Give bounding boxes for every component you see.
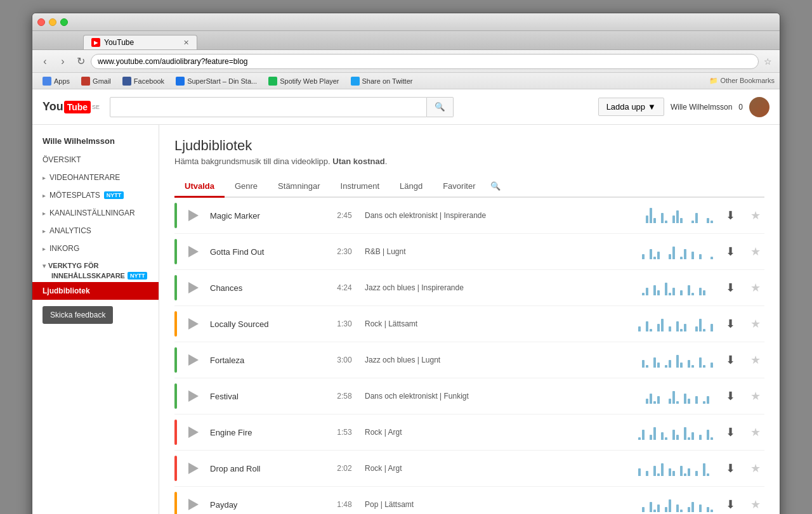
- tab-stamningar[interactable]: Stämningar: [268, 176, 330, 198]
- track-genre: R&B | Lugnt: [365, 247, 630, 256]
- sidebar-section-creators: INNEHÅLLSSKAPARE NYTT: [32, 272, 159, 282]
- play-button[interactable]: [185, 315, 202, 333]
- favorite-button[interactable]: ★: [747, 459, 764, 477]
- main-layout: Wille Wilhelmsson ÖVERSIKT ▸ VIDEOHANTER…: [32, 125, 780, 514]
- play-icon: [188, 210, 199, 221]
- feedback-button[interactable]: Skicka feedback: [43, 306, 113, 324]
- play-button[interactable]: [185, 351, 202, 369]
- download-button[interactable]: ⬇: [721, 207, 739, 224]
- favorite-button[interactable]: ★: [747, 351, 764, 369]
- download-button[interactable]: ⬇: [721, 243, 739, 260]
- download-button[interactable]: ⬇: [721, 496, 739, 513]
- subtitle-normal: Hämta bakgrundsmusik till dina videoklip…: [174, 157, 331, 166]
- track-name: Locally Sourced: [210, 319, 324, 329]
- forward-button[interactable]: ›: [55, 54, 70, 69]
- play-button[interactable]: [185, 243, 202, 260]
- tab-close-button[interactable]: ✕: [183, 39, 189, 47]
- track-duration: 2:58: [332, 392, 357, 401]
- bookmark-superstart[interactable]: SuperStart – Din Sta...: [171, 75, 262, 87]
- track-waveform: [638, 461, 714, 476]
- tab-genre[interactable]: Genre: [225, 176, 268, 198]
- reload-button[interactable]: ↻: [73, 54, 88, 69]
- play-icon: [188, 499, 199, 510]
- track-color-indicator: [174, 311, 177, 337]
- favorite-button[interactable]: ★: [747, 207, 764, 224]
- sidebar-item-inkorg[interactable]: ▸ INKORG: [32, 240, 159, 257]
- play-icon: [188, 390, 199, 402]
- download-button[interactable]: ⬇: [721, 423, 739, 441]
- play-button[interactable]: [185, 496, 202, 513]
- bookmark-apps[interactable]: Apps: [37, 75, 75, 87]
- track-genre: Jazz och blues | Inspirerande: [365, 283, 630, 292]
- sidebar-creators-label: INNEHÅLLSSKAPARE: [51, 272, 125, 279]
- track-waveform: [638, 280, 714, 295]
- sidebar-item-ljudbibliotek[interactable]: Ljudbibliotek: [32, 282, 159, 300]
- tab-title: YouTube: [104, 38, 134, 47]
- play-button[interactable]: [185, 387, 202, 405]
- sidebar-item-videohanterare[interactable]: ▸ VIDEOHANTERARE: [32, 169, 159, 186]
- browser-tab[interactable]: ▶ YouTube ✕: [83, 35, 197, 49]
- bookmark-gmail[interactable]: Gmail: [76, 75, 116, 87]
- back-button[interactable]: ‹: [37, 54, 53, 69]
- favorite-button[interactable]: ★: [747, 496, 764, 513]
- track-waveform: [638, 316, 714, 331]
- download-button[interactable]: ⬇: [721, 459, 739, 477]
- sidebar-item-oversikt[interactable]: ÖVERSIKT: [32, 151, 159, 169]
- sidebar-item-kanalinst[interactable]: ▸ KANALINSTÄLLNINGAR: [32, 204, 159, 222]
- favorite-button[interactable]: ★: [747, 315, 764, 333]
- youtube-logo[interactable]: You Tube SE: [43, 100, 100, 113]
- bookmark-twitter[interactable]: Share on Twitter: [346, 75, 418, 87]
- track-row: Engine Fire1:53Rock | Argt⬇★: [174, 414, 764, 451]
- sidebar-item-motesplats[interactable]: ▸ MÖTESPLATS NYTT: [32, 186, 159, 204]
- title-bar: [32, 13, 780, 31]
- upload-button[interactable]: Ladda upp ▼: [598, 98, 664, 116]
- track-genre: Pop | Lättsamt: [365, 500, 630, 509]
- play-icon: [188, 463, 199, 474]
- bookmark-spotify[interactable]: Spotify Web Player: [263, 75, 344, 87]
- minimize-button[interactable]: [49, 18, 56, 26]
- track-name: Fortaleza: [210, 356, 324, 365]
- maximize-button[interactable]: [60, 18, 68, 26]
- track-waveform: [638, 425, 714, 440]
- bookmark-facebook[interactable]: Facebook: [117, 75, 169, 87]
- tab-search-icon[interactable]: 🔍: [485, 176, 506, 196]
- favorite-button[interactable]: ★: [747, 279, 764, 297]
- favorite-button[interactable]: ★: [747, 243, 764, 260]
- download-button[interactable]: ⬇: [721, 279, 739, 297]
- arrow-icon-3: ▸: [43, 210, 46, 217]
- play-button[interactable]: [185, 423, 202, 441]
- track-genre: Rock | Lättsamt: [365, 319, 630, 328]
- track-waveform: [638, 352, 714, 368]
- tab-utvalda[interactable]: Utvalda: [174, 176, 225, 198]
- play-button[interactable]: [185, 279, 202, 297]
- other-bookmarks-label: 📁 Other Bookmarks: [709, 77, 775, 85]
- sidebar-inkorg-label: INKORG: [49, 244, 79, 253]
- sidebar-motesplats-label: MÖTESPLATS: [49, 191, 100, 200]
- search-input[interactable]: [110, 97, 427, 117]
- track-duration: 3:00: [332, 356, 357, 364]
- arrow-icon-5: ▸: [43, 245, 46, 252]
- subtitle-end: .: [385, 157, 388, 166]
- tab-instrument[interactable]: Instrument: [331, 176, 390, 198]
- subtitle-bold: Utan kostnad: [332, 157, 384, 166]
- download-button[interactable]: ⬇: [721, 315, 739, 333]
- download-button[interactable]: ⬇: [721, 387, 739, 405]
- favorite-button[interactable]: ★: [747, 423, 764, 441]
- tab-favoriter[interactable]: Favoriter: [433, 176, 485, 198]
- bookmark-star[interactable]: ☆: [764, 56, 772, 67]
- favorite-button[interactable]: ★: [747, 387, 764, 405]
- other-bookmarks[interactable]: 📁 Other Bookmarks: [709, 77, 775, 85]
- track-waveform: [638, 244, 714, 259]
- search-button[interactable]: 🔍: [427, 97, 454, 117]
- track-color-indicator: [174, 383, 177, 409]
- play-button[interactable]: [185, 459, 202, 477]
- tab-langd[interactable]: Längd: [390, 176, 433, 198]
- sidebar-item-analytics[interactable]: ▸ ANALYTICS: [32, 222, 159, 240]
- user-avatar[interactable]: [749, 97, 769, 117]
- track-duration: 1:53: [332, 428, 357, 437]
- download-button[interactable]: ⬇: [721, 351, 739, 369]
- close-button[interactable]: [37, 18, 45, 26]
- url-bar[interactable]: [91, 54, 759, 69]
- play-button[interactable]: [185, 207, 202, 224]
- track-row: Magic Marker2:45Dans och elektroniskt | …: [174, 198, 764, 234]
